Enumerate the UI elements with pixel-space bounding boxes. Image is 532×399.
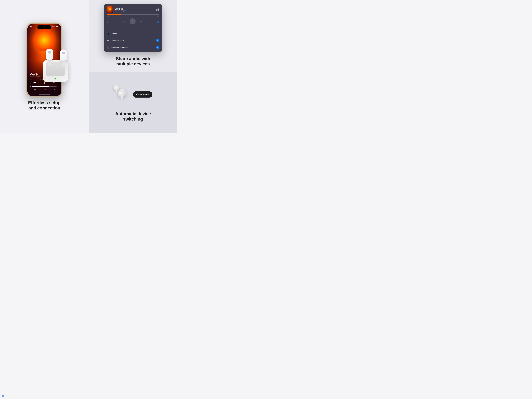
- auto-switching-title-line1: Automatic device: [115, 111, 151, 116]
- widget-progress-fill: [107, 14, 121, 15]
- rewind-button[interactable]: ⏮: [33, 81, 36, 84]
- feature-title-line1: Effortless setup: [28, 100, 61, 105]
- wave-bar-2: [157, 8, 157, 11]
- widget-header: Wake Up Imagine Dragons: [107, 6, 159, 13]
- airpods-max-check-icon: ✓: [156, 46, 159, 49]
- volume-bar[interactable]: [32, 86, 57, 87]
- widget-song-info: Wake Up Imagine Dragons: [115, 8, 154, 12]
- airpods-device-name: Jaytel's AirPods: [111, 39, 155, 41]
- widget-time-elapsed: 1:51: [107, 15, 109, 17]
- right-top-section: Wake Up Imagine Dragons 1:51 -0:56: [89, 0, 177, 72]
- connected-container: Connected: [114, 82, 152, 107]
- widget-vol-low-icon: ◄: [107, 27, 108, 29]
- widget-time-remaining: -0:56: [156, 15, 159, 17]
- progress-fill: [30, 78, 37, 78]
- headphones-device-icon: 🎧: [107, 46, 109, 49]
- widget-volume-bar[interactable]: [109, 28, 145, 28]
- feature-title-line2: and connection: [28, 105, 60, 110]
- music-sun-graphic: [33, 29, 55, 51]
- auto-switching-title-line2: switching: [123, 116, 143, 121]
- widget-volume: ◄ ►: [107, 27, 159, 29]
- connected-badge: Connected: [133, 91, 152, 98]
- dolby-badge: ◆ Dolby Atmos: [40, 79, 48, 80]
- airpods-max-device-name: Giselle's AirPods Max: [111, 46, 155, 48]
- widget-share-icon[interactable]: 👥: [157, 21, 159, 23]
- widget-song-title: Wake Up: [115, 8, 154, 10]
- widget-fastforward-button[interactable]: ⏭: [139, 20, 142, 23]
- signal-bar-1: [52, 27, 52, 27]
- widget-controls-row: ☆ ⏮ ⏸ ⏭ 👥: [107, 18, 159, 26]
- airplay-button[interactable]: ⊙: [44, 89, 46, 91]
- music-widget: Wake Up Imagine Dragons 1:51 -0:56: [104, 4, 162, 52]
- signal-bar-4: [54, 25, 54, 27]
- home-indicator[interactable]: [39, 95, 50, 95]
- song-action-icons: ☆ •••: [54, 74, 59, 76]
- widget-progress-bar[interactable]: [107, 14, 159, 15]
- left-feature-title: Effortless setup and connection: [28, 100, 61, 111]
- time-remaining: -0:56: [56, 79, 59, 80]
- time-elapsed: 1:51: [30, 79, 32, 80]
- status-time: 9:41: [30, 25, 33, 27]
- fast-forward-button[interactable]: ⏭: [53, 81, 55, 84]
- airpods-check-icon: ✓: [156, 39, 159, 42]
- playback-controls: ⏮ ⏸ ⏭: [30, 81, 59, 85]
- widget-pause-button[interactable]: ⏸: [130, 18, 136, 24]
- right-top-feature-title: Share audio with multiple devices: [116, 56, 150, 67]
- wave-bar-5: [159, 9, 159, 10]
- more-options-icon[interactable]: •••: [57, 74, 59, 76]
- widget-rewind-button[interactable]: ⏮: [123, 20, 126, 23]
- share-audio-title-line1: Share audio with: [116, 56, 150, 61]
- lyrics-button[interactable]: 💬: [34, 89, 36, 91]
- wave-bar-4: [158, 8, 159, 11]
- airpod-right: [60, 50, 67, 67]
- airpod-left: [46, 49, 53, 66]
- share-audio-title-line2: multiple devices: [116, 61, 150, 66]
- iphone-mockup: 9:41 ⌕: [25, 21, 64, 99]
- waveform-animation: [156, 8, 159, 11]
- widget-iphone-row[interactable]: 📱 iPhone: [107, 31, 159, 35]
- wifi-icon: ⌕: [54, 26, 55, 27]
- widget-divider-2: [107, 37, 159, 37]
- right-panel: Wake Up Imagine Dragons 1:51 -0:56: [89, 0, 177, 133]
- battery-icon: [56, 26, 59, 27]
- progress-bar-background[interactable]: [30, 78, 59, 78]
- widget-airpods-max-row[interactable]: 🎧 Giselle's AirPods Max ✓: [107, 45, 159, 50]
- queue-button[interactable]: ≡: [54, 89, 55, 91]
- wave-bar-3: [158, 9, 158, 11]
- signal-bar-3: [53, 26, 53, 27]
- volume-high-icon: ►: [57, 86, 59, 87]
- widget-playback-controls: ⏮ ⏸ ⏭: [123, 18, 142, 24]
- progress-times: 1:51 ◆ Dolby Atmos -0:56: [30, 79, 59, 80]
- airpods-device-icon: ◉◉: [107, 39, 109, 41]
- volume-fill: [32, 86, 49, 87]
- status-bar: 9:41 ⌕: [30, 25, 59, 27]
- right-bottom-section: Connected Automatic device switching: [89, 72, 177, 133]
- widget-times: 1:51 -0:56: [107, 15, 159, 17]
- left-panel: 9:41 ⌕: [0, 0, 89, 133]
- iphone-device-name: iPhone: [111, 32, 159, 34]
- iphone-device-icon: 📱: [107, 32, 109, 35]
- widget-divider-3: [107, 44, 159, 44]
- right-bottom-feature-title: Automatic device switching: [115, 111, 151, 122]
- widget-song-artist: Imagine Dragons: [115, 10, 154, 12]
- widget-album-sun: [108, 7, 112, 11]
- signal-bar-2: [52, 26, 53, 27]
- widget-airpods-row[interactable]: ◉◉ Jaytel's AirPods ✓: [107, 38, 159, 43]
- airpods-3d-graphic: [114, 85, 133, 104]
- music-controls: Wake Up Imagine Dragons ☆ •••: [27, 73, 61, 91]
- favorite-icon[interactable]: ☆: [54, 74, 56, 76]
- bottom-nav: 💬 ⊙ ≡: [30, 89, 59, 91]
- airpod-stem-1: [121, 94, 123, 99]
- pause-button[interactable]: ⏸: [43, 81, 46, 85]
- volume-section: ◄ ►: [30, 86, 59, 87]
- widget-favorite-icon[interactable]: ☆: [107, 21, 109, 23]
- widget-album-art: [107, 6, 113, 13]
- widget-volume-fill: [109, 28, 136, 28]
- airpod-stem-2: [116, 89, 117, 93]
- status-icons: ⌕: [52, 25, 59, 27]
- volume-low-icon: ◄: [30, 86, 31, 87]
- progress-section: 1:51 ◆ Dolby Atmos -0:56: [30, 78, 59, 80]
- widget-vol-high-icon: ►: [146, 27, 148, 29]
- widget-divider-1: [107, 30, 159, 30]
- song-title: Wake Up: [30, 73, 42, 75]
